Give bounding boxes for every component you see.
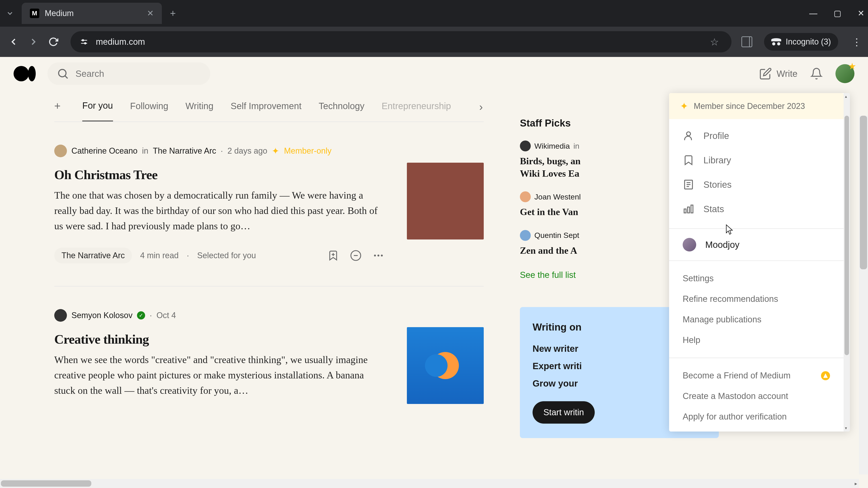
search-box[interactable] <box>48 62 210 85</box>
verified-badge-icon: ✓ <box>137 311 145 320</box>
write-button[interactable]: Write <box>759 67 798 80</box>
author-avatar[interactable] <box>54 309 67 322</box>
menu-author-verification[interactable]: Apply for author verification <box>669 406 844 427</box>
menu-profile[interactable]: Profile <box>669 124 844 148</box>
browser-tab[interactable]: M Medium ✕ <box>22 3 162 24</box>
member-badge-icon <box>848 63 856 70</box>
article-meta: The Narrative Arc 4 min read · Selected … <box>54 248 384 263</box>
stats-icon <box>683 203 694 215</box>
feed-tabs: + For you Following Writing Self Improve… <box>54 90 484 122</box>
tab-writing[interactable]: Writing <box>186 101 214 121</box>
tab-following[interactable]: Following <box>130 101 168 121</box>
article-card: Catherine Oceano in The Narrative Arc · … <box>54 122 484 287</box>
menu-user-moodjoy[interactable]: Moodjoy <box>669 232 844 258</box>
browser-tab-bar: M Medium ✕ + — ▢ ✕ <box>0 0 868 27</box>
svg-point-13 <box>686 132 690 136</box>
pick-author: Quentin Sept <box>534 231 579 240</box>
show-less-icon[interactable] <box>350 250 362 261</box>
reload-button[interactable] <box>46 35 61 49</box>
tabs-scroll-right-icon[interactable]: › <box>475 101 487 112</box>
more-icon[interactable] <box>373 250 384 261</box>
article-title[interactable]: Oh Christmas Tree <box>54 167 384 182</box>
forward-button[interactable] <box>26 35 41 49</box>
menu-stats[interactable]: Stats <box>669 197 844 221</box>
menu-manage-publications[interactable]: Manage publications <box>669 309 844 330</box>
menu-help[interactable]: Help <box>669 330 844 350</box>
notifications-button[interactable] <box>810 67 823 80</box>
svg-point-11 <box>377 254 379 256</box>
minimize-icon[interactable]: — <box>809 8 817 18</box>
svg-point-10 <box>374 254 376 256</box>
article-title[interactable]: Creative thinking <box>54 332 384 347</box>
window-controls: — ▢ ✕ <box>809 8 864 18</box>
menu-create-mastodon[interactable]: Create a Mastodon account <box>669 386 844 406</box>
selected-for-you: Selected for you <box>197 251 256 260</box>
svg-point-4 <box>59 69 66 77</box>
member-since-text: Member since December 2023 <box>694 101 805 111</box>
menu-settings[interactable]: Settings <box>669 268 844 289</box>
tabs-dropdown-icon[interactable] <box>4 7 16 20</box>
article-thumbnail[interactable] <box>407 327 484 404</box>
tab-technology[interactable]: Technology <box>319 101 364 121</box>
in-word: in <box>142 146 148 156</box>
publication-name[interactable]: The Narrative Arc <box>153 146 216 156</box>
article-card: Semyon Kolosov ✓ · Oct 4 Creative thinki… <box>54 287 484 435</box>
add-topic-icon[interactable]: + <box>54 101 65 111</box>
friend-badge-icon <box>821 371 830 380</box>
article-excerpt[interactable]: When we see the words "creative" and "cr… <box>54 352 384 398</box>
tab-for-you[interactable]: For you <box>82 101 113 121</box>
menu-become-friend[interactable]: Become a Friend of Medium <box>669 365 844 386</box>
article-thumbnail[interactable] <box>407 163 484 239</box>
page-scrollbar[interactable] <box>859 116 868 475</box>
medium-logo[interactable] <box>13 66 36 81</box>
profile-icon <box>683 130 694 142</box>
back-button[interactable] <box>6 35 21 49</box>
close-window-icon[interactable]: ✕ <box>858 8 864 18</box>
member-star-icon: ✦ <box>680 100 688 112</box>
search-icon <box>57 67 69 80</box>
member-banner[interactable]: ✦ Member since December 2023 <box>669 93 844 119</box>
incognito-indicator[interactable]: Incognito (3) <box>764 33 838 51</box>
pick-avatar <box>520 191 531 202</box>
author-name[interactable]: Semyon Kolosov <box>71 311 132 320</box>
article-byline: Catherine Oceano in The Narrative Arc · … <box>54 144 384 157</box>
tab-entrepreneurship[interactable]: Entrepreneurship <box>381 101 451 121</box>
user-dropdown-menu: ✦ Member since December 2023 Profile Lib… <box>669 93 850 431</box>
side-panel-icon[interactable] <box>741 36 752 47</box>
menu-refine-recommendations[interactable]: Refine recommendations <box>669 289 844 309</box>
menu-stories[interactable]: Stories <box>669 172 844 197</box>
article-date: 2 days ago <box>227 146 267 156</box>
url-text: medium.com <box>96 37 704 47</box>
new-tab-button[interactable]: + <box>170 8 176 19</box>
pick-avatar <box>520 230 531 241</box>
svg-rect-19 <box>688 207 690 213</box>
topic-pill[interactable]: The Narrative Arc <box>54 248 132 263</box>
author-name[interactable]: Catherine Oceano <box>71 146 137 156</box>
dropdown-scrollbar[interactable]: ▴ ▾ <box>844 93 850 431</box>
bookmark-icon[interactable] <box>327 250 339 261</box>
search-input[interactable] <box>75 69 201 79</box>
pick-author: Joan Westenl <box>534 193 581 201</box>
horizontal-scrollbar[interactable]: ▸ <box>0 479 859 488</box>
start-writing-button[interactable]: Start writin <box>532 401 595 424</box>
author-avatar[interactable] <box>54 144 67 157</box>
switch-user-avatar <box>683 238 696 252</box>
svg-line-5 <box>65 76 68 78</box>
write-label: Write <box>776 69 798 79</box>
write-icon <box>759 67 772 80</box>
maximize-icon[interactable]: ▢ <box>834 8 841 18</box>
pick-avatar <box>520 140 531 151</box>
tab-self-improvement[interactable]: Self Improvement <box>230 101 301 121</box>
see-full-list-link[interactable]: See the full list <box>520 270 576 280</box>
url-field[interactable]: medium.com ☆ <box>70 31 732 53</box>
bookmark-star-icon[interactable]: ☆ <box>710 36 719 48</box>
chrome-menu-icon[interactable]: ⋮ <box>852 36 862 48</box>
user-avatar[interactable] <box>835 64 855 83</box>
incognito-icon <box>771 37 781 47</box>
site-settings-icon[interactable] <box>79 36 90 47</box>
tab-title: Medium <box>45 8 142 18</box>
article-excerpt[interactable]: The one that was chosen by a democratica… <box>54 188 384 234</box>
tab-close-icon[interactable]: ✕ <box>147 8 154 18</box>
svg-point-3 <box>85 42 86 44</box>
menu-library[interactable]: Library <box>669 148 844 172</box>
